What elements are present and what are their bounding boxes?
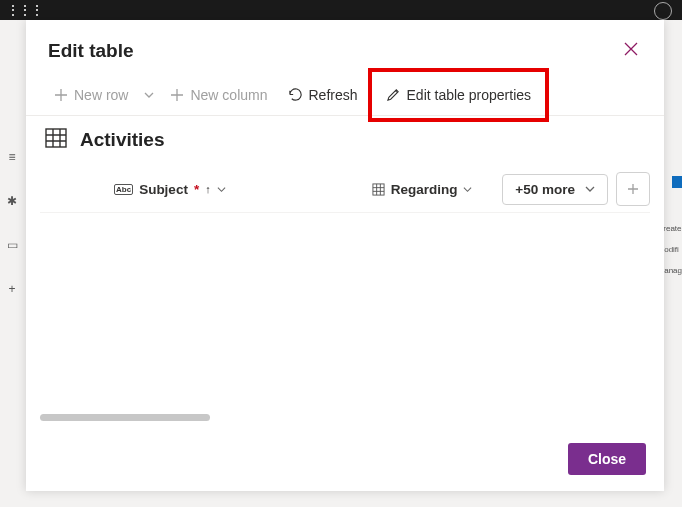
panel-content: Activities Abc Subject * ↑ Regarding +50…	[26, 116, 664, 431]
table-icon	[44, 126, 68, 154]
chevron-down-icon	[217, 185, 226, 194]
text-type-icon: Abc	[114, 184, 133, 195]
rail-icon[interactable]: ▭	[7, 238, 18, 252]
edit-table-panel: Edit table New row New column Refresh Ed…	[26, 20, 664, 491]
close-icon[interactable]	[620, 38, 642, 64]
panel-title: Edit table	[48, 40, 134, 62]
more-columns-button[interactable]: +50 more	[502, 174, 608, 205]
panel-footer: Close	[26, 431, 664, 491]
left-rail: ≡ ✱ ▭ +	[0, 140, 24, 296]
new-column-label: New column	[190, 87, 267, 103]
scrollbar-thumb[interactable]	[40, 414, 210, 421]
app-header-bg	[0, 0, 682, 20]
svg-rect-1	[373, 183, 384, 194]
edit-table-properties-button[interactable]: Edit table properties	[376, 81, 542, 109]
plus-icon	[626, 182, 640, 196]
chevron-down-icon	[144, 90, 154, 100]
avatar-icon[interactable]	[654, 2, 672, 20]
plus-icon	[170, 88, 184, 102]
column-regarding[interactable]: Regarding	[364, 176, 481, 203]
panel-header: Edit table	[26, 20, 664, 74]
plus-icon	[54, 88, 68, 102]
refresh-icon	[288, 87, 303, 102]
chevron-down-icon	[585, 184, 595, 194]
close-button[interactable]: Close	[568, 443, 646, 475]
toolbar: New row New column Refresh Edit table pr…	[26, 74, 664, 116]
new-column-button[interactable]: New column	[160, 81, 277, 109]
rail-icon[interactable]: ✱	[7, 194, 17, 208]
column-subject-label: Subject	[139, 182, 188, 197]
column-regarding-label: Regarding	[391, 182, 458, 197]
sort-asc-icon: ↑	[205, 183, 211, 195]
pencil-icon	[386, 87, 401, 102]
refresh-label: Refresh	[309, 87, 358, 103]
more-columns-label: +50 more	[515, 182, 575, 197]
horizontal-scrollbar[interactable]	[40, 414, 340, 421]
add-column-button[interactable]	[616, 172, 650, 206]
waffle-icon[interactable]: ⋮⋮⋮	[6, 2, 42, 18]
svg-rect-0	[46, 129, 66, 147]
table-heading-row: Activities	[40, 122, 650, 168]
lookup-type-icon	[372, 183, 385, 196]
rail-icon[interactable]: ≡	[8, 150, 15, 164]
highlight-box: Edit table properties	[368, 68, 550, 122]
columns-header-row: Abc Subject * ↑ Regarding +50 more	[40, 168, 650, 213]
bg-accent	[672, 176, 682, 188]
chevron-down-icon	[463, 185, 472, 194]
column-subject[interactable]: Abc Subject * ↑	[106, 176, 234, 203]
header-icons	[654, 2, 672, 20]
table-name: Activities	[80, 129, 164, 151]
refresh-button[interactable]: Refresh	[278, 81, 368, 109]
new-row-button[interactable]: New row	[44, 81, 138, 109]
new-row-label: New row	[74, 87, 128, 103]
edit-props-label: Edit table properties	[407, 87, 532, 103]
required-marker: *	[194, 182, 199, 197]
new-row-chevron[interactable]	[138, 80, 160, 110]
rail-icon[interactable]: +	[8, 282, 15, 296]
